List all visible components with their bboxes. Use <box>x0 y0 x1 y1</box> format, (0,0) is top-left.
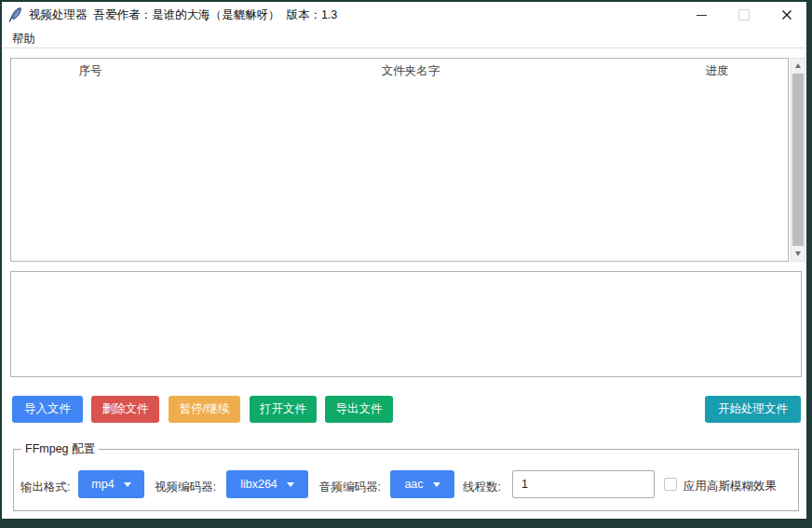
gaussian-blur-checkbox[interactable] <box>664 478 677 491</box>
delete-files-button[interactable]: 删除文件 <box>91 396 159 423</box>
minimize-button[interactable] <box>685 2 717 28</box>
export-files-button[interactable]: 导出文件 <box>325 396 393 423</box>
minimize-icon <box>697 15 707 16</box>
arrow-down-icon <box>795 251 801 256</box>
import-files-button[interactable]: 导入文件 <box>12 396 83 423</box>
file-list-scrollbar[interactable] <box>791 58 805 262</box>
log-panel[interactable] <box>10 271 802 377</box>
scrollbar-thumb[interactable] <box>792 74 804 246</box>
audio-encoder-value: aac <box>404 478 423 491</box>
menubar: 帮助 <box>2 28 806 47</box>
chevron-down-icon <box>287 482 294 487</box>
threads-label: 线程数: <box>463 480 501 495</box>
arrow-up-icon <box>795 63 801 68</box>
file-list-panel[interactable]: 序号 文件夹名字 进度 <box>10 58 789 262</box>
close-icon <box>781 9 792 20</box>
pause-resume-button[interactable]: 暂停/继续 <box>169 396 240 423</box>
output-format-value: mp4 <box>91 478 114 491</box>
close-button[interactable] <box>771 2 803 28</box>
app-window: 视频处理器 吾爱作者：是谁的大海（是貔貅呀） 版本：1.3 帮助 序号 文件夹名… <box>2 2 806 519</box>
app-feather-icon <box>7 7 23 23</box>
threads-input[interactable] <box>512 470 655 498</box>
column-header-index[interactable]: 序号 <box>11 63 169 79</box>
menubar-divider <box>2 47 806 48</box>
chevron-down-icon <box>124 482 131 487</box>
video-encoder-select[interactable]: libx264 <box>226 470 308 498</box>
open-files-button[interactable]: 打开文件 <box>250 396 317 423</box>
start-processing-button[interactable]: 开始处理文件 <box>705 396 801 423</box>
gaussian-blur-label: 应用高斯模糊效果 <box>683 479 777 494</box>
video-encoder-label: 视频编码器: <box>155 480 216 495</box>
audio-encoder-select[interactable]: aac <box>390 470 454 498</box>
maximize-button[interactable] <box>728 2 760 28</box>
chevron-down-icon <box>433 482 440 487</box>
window-title: 视频处理器 吾爱作者：是谁的大海（是貔貅呀） 版本：1.3 <box>29 7 337 23</box>
maximize-icon <box>738 9 750 20</box>
output-format-select[interactable]: mp4 <box>78 470 144 498</box>
video-encoder-value: libx264 <box>240 478 277 491</box>
titlebar: 视频处理器 吾爱作者：是谁的大海（是貔貅呀） 版本：1.3 <box>2 2 806 28</box>
column-header-folder-name[interactable]: 文件夹名字 <box>169 63 652 79</box>
file-list-header-row: 序号 文件夹名字 进度 <box>11 59 788 84</box>
column-header-progress[interactable]: 进度 <box>652 63 782 79</box>
scrollbar-up-button[interactable] <box>792 59 805 73</box>
output-format-label: 输出格式: <box>20 480 70 495</box>
ffmpeg-config-group-label: FFmpeg 配置 <box>21 441 99 457</box>
menu-item-help[interactable]: 帮助 <box>9 31 38 48</box>
scrollbar-down-button[interactable] <box>792 247 805 261</box>
audio-encoder-label: 音频编码器: <box>319 480 381 495</box>
